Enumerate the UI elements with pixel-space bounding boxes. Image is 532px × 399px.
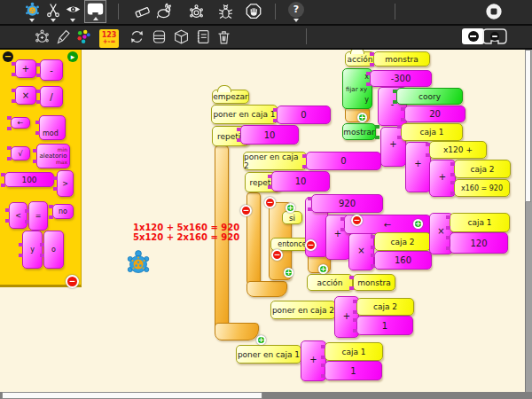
view-button[interactable] bbox=[61, 0, 84, 23]
value-0[interactable]: 0 bbox=[277, 106, 331, 124]
expand-icon[interactable] bbox=[256, 335, 266, 345]
palette-blob-icon bbox=[87, 3, 104, 16]
block-caja-1-value[interactable]: caja 1 bbox=[325, 342, 383, 361]
block-empezar[interactable]: empezar bbox=[212, 90, 249, 104]
collapse-icon[interactable] bbox=[264, 197, 276, 208]
expand-icon[interactable] bbox=[357, 113, 367, 122]
canvas[interactable]: + - × / ← mod √ aleatorio min max 100 > … bbox=[0, 50, 532, 399]
collapse-icon[interactable] bbox=[240, 205, 252, 216]
blocks-palette-button[interactable] bbox=[147, 26, 170, 47]
help-button[interactable]: ? bbox=[285, 0, 308, 23]
stop-activity-button[interactable] bbox=[482, 0, 505, 23]
numbers-palette-icon: 123 +-= bbox=[99, 29, 119, 48]
run-slow-button[interactable] bbox=[184, 0, 207, 23]
palette-block-or[interactable]: o bbox=[43, 231, 64, 269]
palette-block-equal[interactable]: = bbox=[28, 201, 48, 231]
portfolio-palette-button[interactable] bbox=[191, 26, 214, 47]
block-poner-en-caja-2[interactable]: poner en caja 2 bbox=[270, 301, 336, 319]
hide-palette-button[interactable] bbox=[462, 28, 484, 44]
palette-block-plus[interactable]: + bbox=[15, 59, 36, 78]
value-1[interactable]: 1 bbox=[325, 361, 382, 380]
horizontal-scrollbar-thumb[interactable] bbox=[2, 392, 262, 399]
palette-block-random[interactable]: aleatorio min max bbox=[36, 144, 70, 168]
debug-button[interactable] bbox=[214, 0, 237, 23]
value-10[interactable]: 10 bbox=[240, 125, 299, 145]
palette-block-and[interactable]: y bbox=[22, 231, 43, 269]
block-mostrar[interactable]: mostrar bbox=[342, 123, 376, 140]
flow-palette-button[interactable] bbox=[125, 26, 148, 47]
palette-block-less[interactable]: < bbox=[9, 202, 27, 229]
vertical-scrollbar-thumb[interactable] bbox=[525, 50, 531, 202]
value-920[interactable]: 920 bbox=[311, 194, 383, 213]
block-poner-en-caja-1[interactable]: poner en caja 1 bbox=[211, 105, 278, 124]
collapse-icon[interactable] bbox=[271, 249, 283, 261]
block-caja-2-value[interactable]: caja 2 bbox=[374, 232, 431, 251]
palette-block-store-arrow[interactable]: ← bbox=[11, 117, 30, 129]
block-monstra-name[interactable]: monstra bbox=[353, 274, 395, 291]
cube-icon bbox=[173, 28, 190, 45]
expand-icon[interactable] bbox=[318, 264, 328, 274]
stop-hand-icon bbox=[245, 3, 262, 20]
block-caja-2-value[interactable]: caja 2 bbox=[454, 160, 511, 178]
value-160[interactable]: 160 bbox=[374, 251, 432, 270]
turtle-sprite[interactable] bbox=[126, 248, 151, 277]
value-20[interactable]: 20 bbox=[404, 106, 466, 122]
value-0[interactable]: 0 bbox=[306, 152, 381, 170]
block-caja-1-value[interactable]: caja 1 bbox=[450, 213, 510, 232]
palette-shrink-icon[interactable] bbox=[66, 275, 79, 288]
block-poner-en-caja-1[interactable]: poner en caja 1 bbox=[236, 345, 301, 364]
palette-block-greater[interactable]: > bbox=[57, 170, 74, 197]
chevron-down-icon bbox=[29, 19, 35, 22]
palette-block-mod[interactable]: mod bbox=[39, 115, 66, 140]
palette-block-minus[interactable]: - bbox=[40, 59, 63, 81]
hide-blocks-button[interactable] bbox=[482, 27, 507, 45]
extras-palette-button[interactable] bbox=[169, 26, 192, 47]
repeat-foot-outer[interactable] bbox=[215, 323, 259, 340]
palette-block-times[interactable]: × bbox=[15, 86, 36, 105]
output-text-line1: 1x120 + 5x160 = 920 bbox=[133, 223, 239, 232]
output-text-line2: 5x120 + 2x160 = 920 bbox=[133, 232, 239, 242]
block-poner-en-caja-2[interactable]: poner en caja 2 bbox=[243, 152, 307, 170]
palette-block-sqrt[interactable]: √ bbox=[11, 146, 30, 160]
block-coory[interactable]: coory bbox=[396, 88, 463, 105]
erase-button[interactable] bbox=[130, 0, 153, 23]
palette-next-icon[interactable] bbox=[67, 51, 78, 62]
turtle-palette-button[interactable] bbox=[30, 26, 53, 47]
activity-button[interactable] bbox=[20, 0, 43, 23]
palette-toolbar: 123 +-= bbox=[0, 26, 532, 50]
string-x160[interactable]: x160 = 920 bbox=[454, 179, 510, 197]
value-minus300[interactable]: -300 bbox=[370, 70, 432, 87]
value-1[interactable]: 1 bbox=[356, 316, 413, 335]
colors-palette-button[interactable] bbox=[72, 26, 95, 47]
repeat-foot-inner[interactable] bbox=[246, 281, 287, 297]
palette-block-not[interactable]: no bbox=[52, 204, 74, 219]
show-palette-button[interactable] bbox=[84, 0, 106, 23]
expand-icon[interactable] bbox=[284, 268, 293, 278]
palette-block-divide[interactable]: / bbox=[40, 86, 63, 107]
trash-button[interactable] bbox=[212, 26, 235, 47]
string-x120[interactable]: x120 + bbox=[429, 141, 487, 159]
block-plus[interactable]: + bbox=[405, 142, 431, 192]
palette-hide-icon[interactable] bbox=[3, 51, 13, 62]
collapse-icon[interactable] bbox=[305, 239, 317, 251]
expand-icon[interactable] bbox=[413, 219, 423, 229]
numbers-palette-button[interactable]: 123 +-= bbox=[98, 27, 121, 49]
palette-block-number[interactable]: 100 bbox=[4, 172, 54, 187]
block-si-label[interactable]: si bbox=[282, 211, 302, 224]
fijar-xy-label: fijar xy bbox=[346, 86, 367, 93]
block-caja-2-value[interactable]: caja 2 bbox=[356, 298, 414, 316]
collapse-icon[interactable] bbox=[351, 215, 363, 226]
pen-icon bbox=[55, 28, 72, 45]
minus-circle-icon bbox=[468, 31, 479, 42]
stop-square-icon bbox=[485, 3, 503, 20]
block-accion-call[interactable]: acción bbox=[307, 274, 353, 291]
toolbar-separator bbox=[306, 28, 307, 44]
value-10[interactable]: 10 bbox=[271, 171, 330, 192]
expand-icon[interactable] bbox=[286, 203, 295, 213]
turtle-icon bbox=[34, 28, 51, 45]
run-fast-button[interactable] bbox=[153, 0, 176, 23]
block-caja-1-value[interactable]: caja 1 bbox=[401, 123, 463, 141]
value-120[interactable]: 120 bbox=[450, 232, 508, 254]
stop-turtle-button[interactable] bbox=[242, 0, 265, 23]
block-monstra-name[interactable]: monstra bbox=[373, 51, 430, 66]
